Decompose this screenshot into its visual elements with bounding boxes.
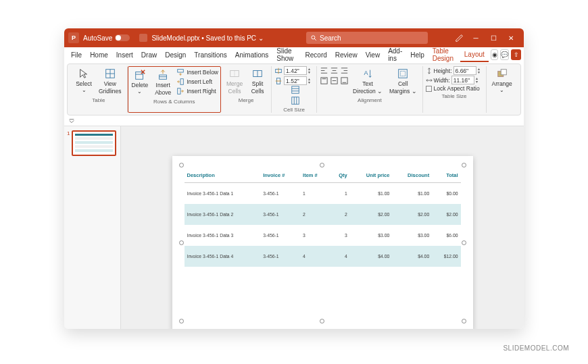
table-cell[interactable]: $2.00 [432, 204, 460, 225]
table-cell[interactable]: 2 [330, 204, 350, 225]
align-top-icon[interactable] [320, 76, 328, 85]
table-cell[interactable]: 3-456-1 [260, 183, 300, 205]
table-cell[interactable]: 1 [300, 183, 330, 205]
table-cell[interactable]: 4 [300, 246, 330, 267]
table-cell[interactable]: $3.00 [392, 225, 432, 246]
table-cell[interactable]: Invoice 3-456-1 Data 1 [185, 183, 261, 205]
delete-button[interactable]: Delete⌄ [129, 68, 151, 96]
table-cell[interactable]: $2.00 [350, 204, 393, 225]
align-center-icon[interactable] [330, 66, 339, 75]
resize-handle[interactable] [179, 240, 184, 245]
row-height-input[interactable]: 1.42"▴▾ [274, 66, 314, 75]
table-cell[interactable]: Invoice 3-456-1 Data 3 [185, 225, 261, 246]
tab-add-ins[interactable]: Add-ins [384, 45, 406, 65]
table-width-input[interactable]: Width: 11.16"▴▾ [426, 76, 481, 84]
tab-review[interactable]: Review [331, 49, 362, 61]
table-cell[interactable]: $4.00 [392, 246, 432, 267]
close-button[interactable]: ✕ [502, 28, 520, 47]
resize-handle[interactable] [179, 319, 184, 323]
autosave-toggle[interactable]: AutoSave [83, 34, 130, 42]
column-header[interactable]: Description [185, 168, 261, 183]
table-cell[interactable]: 3 [300, 225, 330, 246]
table-cell[interactable]: 3 [330, 225, 350, 246]
resize-handle[interactable] [462, 319, 466, 323]
search-box[interactable]: Search [306, 32, 428, 44]
tab-home[interactable]: Home [86, 49, 112, 61]
table-row[interactable]: Invoice 3-456-1 Data 23-456-122$2.00$2.0… [185, 204, 461, 225]
table-cell[interactable]: $2.00 [392, 204, 432, 225]
resize-handle[interactable] [320, 319, 324, 323]
record-button[interactable]: ◉ [491, 49, 499, 60]
tab-file[interactable]: File [67, 49, 86, 61]
comments-button[interactable]: 💬 [500, 49, 509, 60]
tab-record[interactable]: Record [301, 49, 331, 61]
resize-handle[interactable] [320, 163, 324, 167]
table-row[interactable]: Invoice 3-456-1 Data 33-456-133$3.00$3.0… [185, 225, 461, 246]
table-cell[interactable]: $12.00 [432, 246, 460, 267]
table-row[interactable]: Invoice 3-456-1 Data 13-456-111$1.00$1.0… [185, 183, 461, 205]
lock-aspect-checkbox[interactable]: Lock Aspect Ratio [426, 85, 480, 92]
cell-margins-button[interactable]: CellMargins ⌄ [387, 66, 420, 96]
align-right-icon[interactable] [340, 66, 349, 75]
tab-table-design[interactable]: Table Design [428, 45, 460, 65]
collapse-ribbon-icon[interactable] [68, 118, 75, 125]
arrange-button[interactable]: Arrange⌄ [489, 66, 515, 95]
tab-transitions[interactable]: Transitions [190, 49, 231, 61]
tab-layout[interactable]: Layout [460, 48, 489, 62]
edit-icon[interactable] [455, 33, 464, 43]
resize-handle[interactable] [462, 163, 466, 167]
view-gridlines-button[interactable]: ViewGridlines [96, 66, 124, 96]
table-cell[interactable]: $0.00 [432, 183, 460, 205]
tab-insert[interactable]: Insert [112, 49, 137, 61]
minimize-button[interactable]: ─ [467, 28, 485, 47]
align-bottom-icon[interactable] [340, 76, 349, 85]
tab-animations[interactable]: Animations [231, 49, 272, 61]
table-cell[interactable]: 1 [330, 183, 350, 205]
table-cell[interactable]: Invoice 3-456-1 Data 4 [185, 246, 261, 267]
distribute-cols-icon[interactable] [291, 96, 300, 105]
table-cell[interactable]: 3-456-1 [260, 225, 300, 246]
table-cell[interactable]: $3.00 [350, 225, 393, 246]
tab-slide-show[interactable]: Slide Show [272, 45, 301, 65]
align-middle-icon[interactable] [330, 76, 339, 85]
maximize-button[interactable]: ☐ [485, 28, 502, 47]
table-cell[interactable]: 3-456-1 [260, 246, 300, 267]
column-header[interactable]: Unit price [350, 168, 393, 183]
table-cell[interactable]: 4 [330, 246, 350, 267]
tab-design[interactable]: Design [161, 49, 190, 61]
select-button[interactable]: Select⌄ [73, 66, 95, 95]
resize-handle[interactable] [179, 163, 184, 167]
column-header[interactable]: Item # [300, 168, 330, 183]
share-button[interactable]: ⇧ [511, 49, 521, 60]
column-header[interactable]: Qty [330, 168, 350, 183]
invoice-table[interactable]: DescriptionInvoice #Item #QtyUnit priceD… [185, 168, 461, 267]
table-row[interactable]: Invoice 3-456-1 Data 43-456-144$4.00$4.0… [185, 246, 461, 267]
table-cell[interactable]: Invoice 3-456-1 Data 2 [185, 204, 261, 225]
table-cell[interactable]: $1.00 [350, 183, 393, 205]
slide-thumbnail[interactable] [72, 130, 116, 156]
insert-right-button[interactable]: Insert Right [175, 86, 220, 96]
col-width-input[interactable]: 1.52"▴▾ [274, 76, 314, 85]
tab-help[interactable]: Help [406, 49, 428, 61]
slide-canvas[interactable]: DescriptionInvoice #Item #QtyUnit priceD… [121, 126, 524, 329]
column-header[interactable]: Total [432, 168, 460, 183]
insert-left-button[interactable]: Insert Left [175, 77, 220, 86]
table-cell[interactable]: 3-456-1 [260, 204, 300, 225]
tab-view[interactable]: View [362, 49, 385, 61]
save-icon[interactable] [139, 34, 147, 42]
split-cells-button[interactable]: SplitCells [247, 66, 268, 96]
tab-draw[interactable]: Draw [137, 49, 161, 61]
table-height-input[interactable]: Height: 6.66"▴▾ [426, 66, 483, 75]
column-header[interactable]: Invoice # [260, 168, 300, 183]
table-cell[interactable]: $4.00 [350, 246, 393, 267]
table-cell[interactable]: $6.00 [432, 225, 460, 246]
text-direction-button[interactable]: A TextDirection ⌄ [350, 66, 385, 96]
insert-below-button[interactable]: Insert Below [175, 68, 220, 77]
insert-above-button[interactable]: InsertAbove [152, 68, 174, 97]
align-left-icon[interactable] [320, 66, 328, 75]
table-cell[interactable]: $1.00 [392, 183, 432, 205]
column-header[interactable]: Discount [392, 168, 432, 183]
table-cell[interactable]: 2 [300, 204, 330, 225]
toggle-off-icon[interactable] [115, 34, 130, 41]
resize-handle[interactable] [462, 240, 466, 245]
